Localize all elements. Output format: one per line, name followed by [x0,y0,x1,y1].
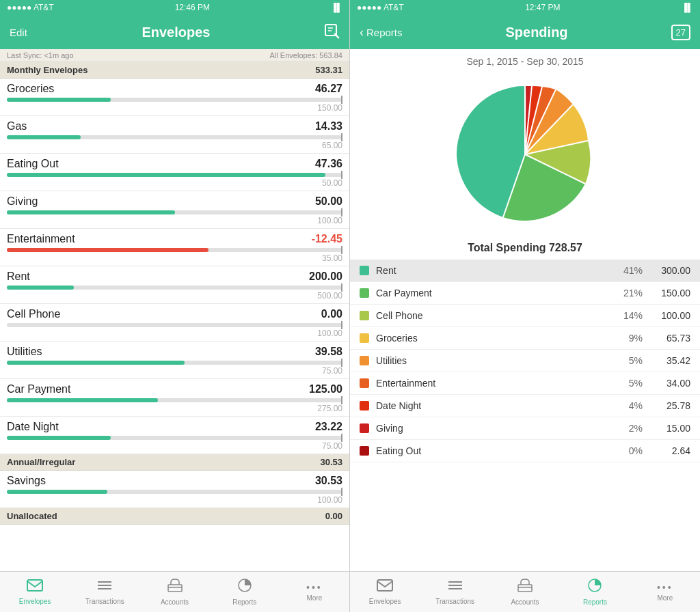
nav-accounts-right[interactable]: Accounts [490,572,560,612]
progress-marker [341,96,342,104]
more-icon: ••• [657,582,673,593]
envelope-budget: 65.00 [7,141,342,150]
calendar-icon: 27 [676,27,686,38]
envelope-rent[interactable]: Rent 200.00 500.00 [0,266,349,304]
nav-reports-left[interactable]: Reports [210,572,280,612]
envelope-groceries[interactable]: Groceries 46.27 150.00 [0,79,349,116]
envelope-giving[interactable]: Giving 50.00 100.00 [0,191,349,229]
nav-envelopes-left[interactable]: Envelopes [0,572,70,612]
svg-rect-22 [518,585,532,592]
reports-icon [587,578,603,597]
legend-amt: 34.00 [643,378,690,389]
envelope-car-payment[interactable]: Car Payment 125.00 275.00 [0,379,349,417]
legend-row-entertainment[interactable]: Entertainment 5% 34.00 [350,372,700,395]
carrier-left: ●●●●● AT&T [7,3,54,12]
sync-bar: Last Sync: <1m ago All Envelopes: 563.84 [0,49,349,62]
envelope-eating-out[interactable]: Eating Out 47.36 50.00 [0,154,349,191]
legend-pct: 21% [608,288,643,298]
envelope-name: Groceries [7,83,54,95]
progress-bar-container [7,98,342,102]
edit-button[interactable]: Edit [10,27,27,38]
progress-fill [7,361,185,365]
section-unallocated: Unallocated 0.00 [0,508,349,525]
legend-row-groceries[interactable]: Groceries 9% 65.73 [350,327,700,350]
progress-fill [7,286,74,290]
progress-fill [7,210,175,214]
left-panel: ●●●●● AT&T 12:46 PM ▐▌ Edit Envelopes La… [0,0,350,612]
section-unallocated-label: Unallocated [7,511,57,521]
progress-fill [7,135,81,139]
legend-row-car-payment[interactable]: Car Payment 21% 150.00 [350,282,700,305]
legend-name: Car Payment [376,288,608,298]
total-spending: Total Spending 728.57 [468,236,582,260]
legend-pct: 9% [608,333,643,344]
status-bar-right: ●●●●● AT&T 12:47 PM ▐▌ [350,0,700,15]
more-icon: ••• [306,582,323,593]
calendar-button[interactable]: 27 [671,25,690,40]
nav-label: More [307,594,323,602]
envelope-budget: 150.00 [7,103,342,113]
nav-more-left[interactable]: ••• More [280,572,349,612]
section-monthly-label: Monthly Envelopes [7,65,88,75]
envelope-budget: 100.00 [7,216,342,225]
envelope-date-night[interactable]: Date Night 23.22 75.00 [0,417,349,454]
nav-envelopes-right[interactable]: Envelopes [350,572,420,612]
legend-row-date-night[interactable]: Date Night 4% 25.78 [350,395,700,417]
progress-bar-container [7,490,342,494]
nav-more-right[interactable]: ••• More [630,572,700,612]
legend-color-groceries [360,333,369,343]
nav-label: Transactions [435,598,474,605]
legend-amt: 35.42 [643,355,690,366]
chart-section: Sep 1, 2015 - Sep 30, 2015 [350,49,700,260]
nav-label: Envelopes [19,598,51,605]
envelope-name: Date Night [7,421,59,433]
envelope-cell-phone[interactable]: Cell Phone 0.00 100.00 [0,304,349,342]
envelope-list: Monthly Envelopes 533.31 Groceries 46.27… [0,62,349,571]
envelope-entertainment[interactable]: Entertainment -12.45 35.00 [0,229,349,266]
envelope-name: Car Payment [7,383,70,395]
nav-transactions-left[interactable]: Transactions [70,572,139,612]
nav-label: Transactions [85,598,124,605]
progress-bar-container [7,286,342,290]
legend-row-utilities[interactable]: Utilities 5% 35.42 [350,350,700,372]
section-annual-label: Annual/Irregular [7,457,75,467]
progress-marker [341,396,342,404]
legend-name: Groceries [376,333,608,344]
all-envelopes-label: All Envelopes: 563.84 [270,51,342,59]
back-button[interactable]: ‹ Reports [360,25,403,40]
legend-row-cell-phone[interactable]: Cell Phone 14% 100.00 [350,305,700,327]
legend-pct: 4% [608,400,643,411]
legend-pct: 5% [608,355,643,366]
envelope-utilities[interactable]: Utilities 39.58 75.00 [0,342,349,379]
accounts-icon [167,578,183,597]
compose-button[interactable] [325,24,340,41]
envelope-amount: 125.00 [309,383,342,395]
legend-row-giving[interactable]: Giving 2% 15.00 [350,417,700,440]
progress-marker [341,359,342,367]
envelope-budget: 75.00 [7,366,342,376]
envelope-budget: 500.00 [7,291,342,301]
envelope-budget: 100.00 [7,329,342,338]
envelope-amount: 14.33 [315,120,342,133]
header-left: Edit Envelopes [0,15,349,49]
legend-row-eating-out[interactable]: Eating Out 0% 2.64 [350,440,700,462]
envelope-gas[interactable]: Gas 14.33 65.00 [0,116,349,154]
progress-bar-container [7,135,342,139]
progress-bar-container [7,361,342,365]
legend-table: Rent 41% 300.00 Car Payment 21% 150.00 C… [350,260,700,571]
bottom-nav-left: Envelopes Transactions Accounts [0,571,349,612]
envelope-savings[interactable]: Savings 30.53 100.00 [0,471,349,508]
legend-row-rent[interactable]: Rent 41% 300.00 [350,260,700,282]
legend-color-giving [360,423,369,433]
nav-transactions-right[interactable]: Transactions [420,572,489,612]
nav-label: Accounts [161,598,189,606]
chevron-left-icon: ‹ [360,25,364,40]
progress-fill [7,248,208,252]
transactions-icon [447,579,463,596]
header-right: ‹ Reports Spending 27 [350,15,700,49]
legend-name: Giving [376,423,608,434]
nav-accounts-left[interactable]: Accounts [139,572,209,612]
nav-reports-right[interactable]: Reports [560,572,630,612]
legend-amt: 100.00 [643,310,690,321]
envelope-name: Rent [7,270,30,283]
